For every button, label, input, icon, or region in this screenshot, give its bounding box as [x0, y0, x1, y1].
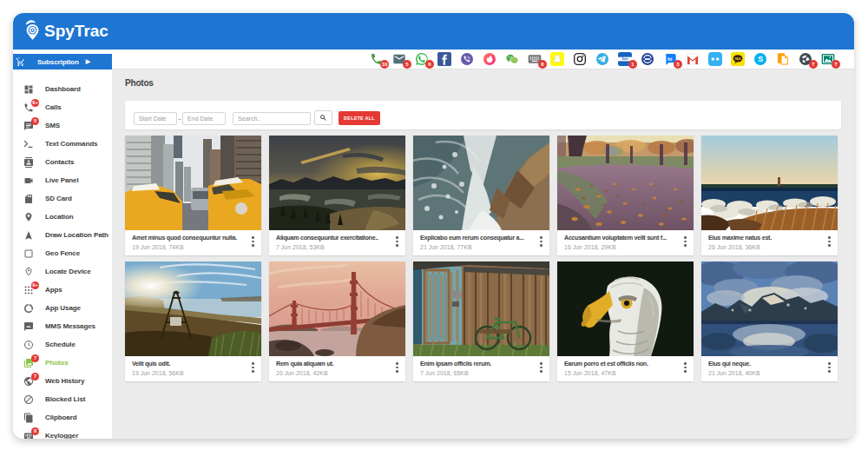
- svg-text:hi: hi: [667, 56, 673, 62]
- svg-text:TALK: TALK: [734, 57, 740, 61]
- svg-text:S: S: [758, 55, 763, 63]
- svg-text:Date: Date: [621, 57, 628, 61]
